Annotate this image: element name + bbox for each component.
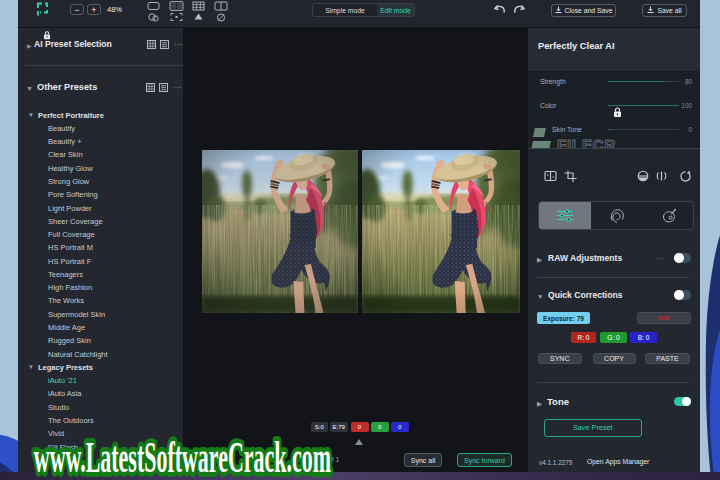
svg-text:www.LatestSoftwareCrack.com: www.LatestSoftwareCrack.com [34, 433, 331, 480]
svg-text:⋯: ⋯ [174, 40, 182, 49]
svg-text:⋯: ⋯ [173, 83, 181, 92]
